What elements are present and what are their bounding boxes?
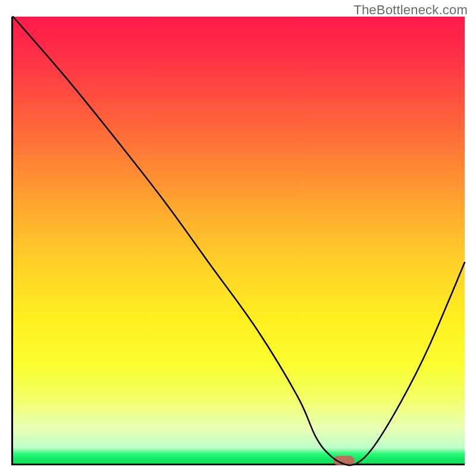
plot-area — [11, 17, 465, 465]
bottleneck-curve-line — [13, 17, 465, 464]
watermark-text: TheBottleneck.com — [353, 2, 468, 18]
